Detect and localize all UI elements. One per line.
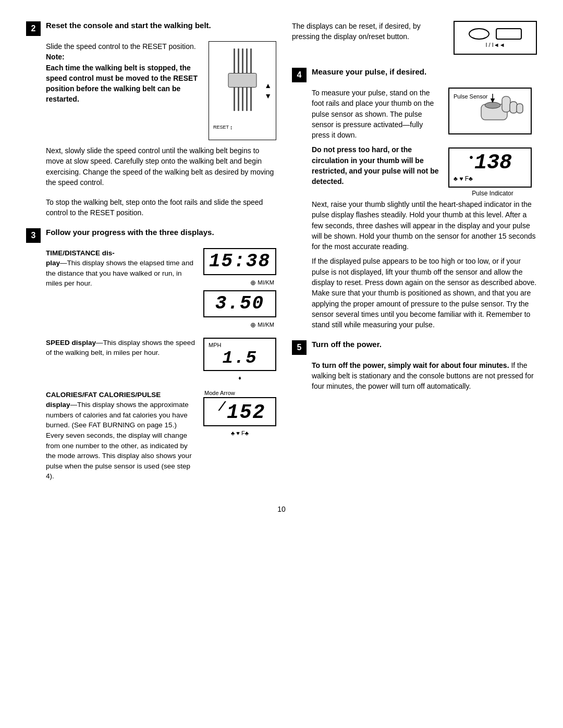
step4-bold: Do not press too hard, or the circulatio… [312, 144, 440, 187]
reset-btn-inner [469, 28, 522, 40]
step5-number: 5 [292, 340, 307, 355]
step4-para3: If the displayed pulse appears to be too… [312, 256, 537, 330]
step3-body: TIME/DISTANCE dis-play—This display show… [46, 248, 276, 482]
lcd-cal-footer: ♣ ♥ F♣ [203, 429, 276, 437]
time-distance-row: TIME/DISTANCE dis-play—This display show… [46, 248, 276, 330]
step5-body: To turn off the power, simply wait for a… [312, 360, 537, 392]
lcd-time: 15:38 [203, 248, 276, 275]
page-number: 10 [26, 505, 537, 513]
page: 2 Reset the console and start the walkin… [0, 0, 563, 728]
right-column: The displays can be reset, if desired, b… [292, 21, 537, 489]
lcd-time-footer: ⊕ MI/KM [203, 278, 276, 288]
lcd-time-value: 15:38 [209, 252, 271, 271]
speed-label: SPEED display [46, 339, 96, 347]
step5-text: To turn off the power, simply wait for a… [312, 360, 537, 392]
speed-row: SPEED display—This display shows the spe… [46, 338, 276, 382]
step2-body: Slide the speed control to the RESET pos… [46, 41, 276, 218]
lcd-time-unit: MI/KM [258, 279, 274, 286]
pulse-indicator-box: •138 ♣ ♥ F♣ [448, 147, 532, 188]
lcd-speed-footer: ♦ [203, 374, 276, 382]
time-dist-text: —This display shows the elapsed time and… [46, 259, 193, 287]
reset-display-section: The displays can be reset, if desired, b… [292, 21, 537, 59]
lcd-dist-icon: ⊕ [250, 321, 256, 329]
step3-section: 3 Follow your progress with the three di… [26, 228, 276, 482]
step2-para3: To stop the walking belt, step onto the … [46, 197, 276, 218]
oval-button [469, 28, 489, 40]
speed-control-diagram: RESET ↕ ▲ ▼ [209, 41, 276, 140]
lcd-cal-value: /152 [209, 401, 271, 423]
time-dist-display-box: 15:38 ⊕ MI/KM 3.50 ⊕ [203, 248, 276, 330]
step2-title: Reset the console and start the walking … [46, 21, 211, 30]
pulse-diagrams: Pulse Sensor [448, 88, 537, 197]
pulse-indicator-label: Pulse Indicator [448, 190, 537, 197]
svg-rect-3 [517, 104, 523, 113]
calories-row: CALORIES/FAT CALORIES/PULSEdisplay—This … [46, 390, 276, 482]
lcd-time-icon: ⊕ [250, 279, 256, 287]
reset-text: RESET [213, 125, 229, 130]
arrow-down-icon: ▼ [264, 92, 272, 100]
step5-title: Turn off the power. [312, 340, 382, 349]
step2-para1: Slide the speed control to the RESET pos… [46, 41, 201, 105]
speed-display-box: MPH 1.5 ♦ [203, 338, 276, 382]
svg-point-4 [485, 102, 500, 108]
cal-display-box: Mode Arrow /152 ♣ ♥ F♣ [203, 390, 276, 438]
speed-arrows: ▲ ▼ [264, 81, 272, 100]
lcd-speed: MPH 1.5 [203, 338, 276, 371]
step2-number: 2 [26, 21, 41, 36]
speed-desc: SPEED display—This display shows the spe… [46, 338, 195, 358]
cal-icons: ♣ ♥ F♣ [231, 430, 249, 436]
time-dist-desc: TIME/DISTANCE dis-play—This display show… [46, 248, 195, 289]
step2-note-bold: Each time the walking belt is stopped, t… [46, 64, 198, 104]
reset-button-area: I / I◄◄ [454, 21, 537, 59]
step4-section: 4 Measure your pulse, if desired. To mea… [292, 67, 537, 330]
step3-number: 3 [26, 228, 41, 243]
cal-desc: CALORIES/FAT CALORIES/PULSEdisplay—This … [46, 390, 195, 482]
cal-text: —This display shows the approximate numb… [46, 401, 192, 480]
lcd-dist-footer: ⊕ MI/KM [203, 320, 276, 330]
reset-btn-label: I / I◄◄ [485, 42, 505, 48]
reset-display-text: The displays can be reset, if desired, b… [292, 21, 446, 42]
svg-rect-1 [502, 96, 510, 112]
step4-number: 4 [292, 68, 307, 82]
pulse-sensor-svg [476, 91, 528, 125]
step4-text-block: To measure your pulse, stand on the foot… [312, 88, 440, 191]
lcd-cal: /152 [203, 397, 276, 427]
mode-arrow-label: Mode Arrow [204, 390, 276, 396]
lcd-speed-value: 1.5 [209, 349, 271, 367]
speed-icon: ♦ [238, 375, 241, 381]
left-column: 2 Reset the console and start the walkin… [26, 21, 276, 489]
reset-button-box: I / I◄◄ [454, 21, 537, 55]
step4-body: To measure your pulse, stand on the foot… [312, 88, 537, 330]
rect-button [496, 28, 522, 40]
step2-para2: Next, slowly slide the speed control unt… [46, 145, 276, 188]
step4-para1: To measure your pulse, stand on the foot… [312, 88, 440, 140]
arrow-up-icon: ▲ [264, 81, 272, 90]
step4-para2: Next, raise your thumb slightly until th… [312, 199, 537, 252]
lcd-dist-unit: MI/KM [258, 322, 274, 328]
step2-text: Slide the speed control to the RESET pos… [46, 41, 201, 105]
pulse-footer: ♣ ♥ F♣ [454, 174, 527, 182]
reset-label: RESET ↕ [213, 124, 233, 130]
pulse-display-value: •138 [454, 153, 527, 174]
reset-arrow-icon: ↕ [230, 124, 233, 130]
speed-control-box: RESET ↕ ▲ ▼ [209, 41, 276, 140]
step5-section: 5 Turn off the power. To turn off the po… [292, 340, 537, 392]
step3-title: Follow your progress with the three disp… [46, 228, 214, 237]
step2-section: 2 Reset the console and start the walkin… [26, 21, 276, 218]
pulse-sensor-diagram: Pulse Sensor [448, 88, 532, 134]
step2-note-label: Note: [46, 53, 65, 61]
lcd-dist-value: 3.50 [209, 294, 271, 313]
step5-bold: To turn off the power, simply wait for a… [312, 361, 509, 369]
step4-bold-text: Do not press too hard, or the circulatio… [312, 145, 439, 186]
svg-rect-2 [510, 102, 517, 113]
step4-title: Measure your pulse, if desired. [312, 67, 426, 76]
pulse-icons: ♣ ♥ F♣ [454, 175, 473, 182]
speed-slider [228, 73, 257, 88]
lcd-dist: 3.50 [203, 290, 276, 317]
